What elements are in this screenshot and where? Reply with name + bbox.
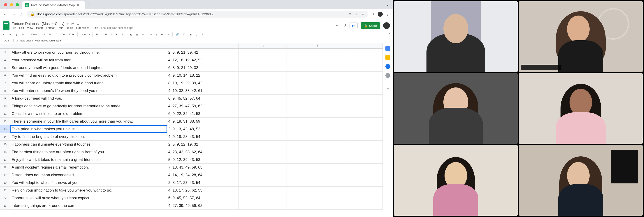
row-header[interactable]: 6 [0, 72, 10, 79]
cell[interactable] [347, 171, 383, 179]
cell[interactable] [347, 79, 383, 87]
redo-icon[interactable]: ↷ [8, 33, 12, 36]
sheets-logo-icon[interactable] [3, 21, 10, 30]
row-header[interactable]: 9 [0, 95, 10, 102]
cell[interactable]: 6, 9, 45, 52, 57, 64 [167, 95, 238, 102]
formula-input[interactable]: Take pride in what makes you unique. [20, 39, 62, 42]
last-edit-text[interactable]: Last edit was seconds ago [101, 26, 133, 29]
cell[interactable]: 6, 8, 9, 21, 29, 32 [167, 64, 238, 71]
keep-app-icon[interactable] [386, 55, 390, 60]
row-header[interactable]: 5 [0, 64, 10, 71]
decimal-dec-icon[interactable]: .0 [54, 33, 58, 36]
comments-icon[interactable]: 🗨 [342, 23, 346, 28]
menu-tools[interactable]: Tools [66, 26, 73, 29]
cell[interactable] [347, 118, 383, 125]
cell[interactable]: 5, 9, 12, 39, 43, 53 [167, 156, 238, 163]
currency-icon[interactable]: $ [42, 33, 46, 36]
cell[interactable] [347, 72, 383, 79]
tabs-dropdown-icon[interactable]: ⌄ [386, 2, 393, 9]
valign-icon[interactable]: ↕ [155, 33, 158, 36]
cell[interactable] [287, 164, 347, 171]
zoom-select[interactable]: 200% [30, 33, 38, 36]
cell[interactable]: 4, 13, 17, 26, 62, 53 [167, 187, 238, 194]
cell[interactable] [287, 194, 347, 202]
menu-icon[interactable]: ⋮ [386, 12, 390, 16]
search-in-page-icon[interactable]: ⊕ [348, 12, 351, 16]
menu-format[interactable]: Format [46, 26, 54, 29]
cell[interactable] [238, 125, 287, 133]
cell[interactable]: A long-lost friend will find you. [10, 95, 167, 102]
menu-view[interactable]: View [27, 26, 33, 29]
cell[interactable]: The hardest things to see are often righ… [10, 148, 167, 156]
cell[interactable] [238, 72, 287, 79]
cell[interactable]: Opportunities will arise when you least … [10, 194, 167, 202]
cell[interactable] [238, 102, 287, 110]
row-header[interactable]: 22 [0, 194, 10, 202]
cell[interactable] [238, 95, 287, 102]
video-tile[interactable] [394, 145, 518, 216]
cell[interactable] [238, 202, 287, 209]
cell[interactable] [238, 179, 287, 186]
cell[interactable] [287, 110, 347, 117]
contacts-app-icon[interactable] [386, 73, 390, 78]
cell[interactable]: 7, 18, 43, 49, 59, 65 [167, 164, 238, 171]
extensions-icon[interactable]: ✦ [372, 12, 374, 16]
cell[interactable] [238, 148, 287, 156]
cell[interactable] [287, 64, 347, 71]
cell[interactable]: Your presence will be felt from afar. [10, 56, 167, 64]
select-all-corner[interactable] [0, 43, 10, 48]
cell[interactable] [287, 118, 347, 125]
bookmark-icon[interactable]: ☆ [362, 12, 364, 16]
print-icon[interactable]: 🖨 [14, 33, 19, 36]
video-tile[interactable] [394, 1, 518, 72]
cell[interactable]: Enjoy the work it takes to maintain a gr… [10, 156, 167, 163]
video-tile[interactable] [519, 1, 643, 72]
column-header-d[interactable]: D [287, 43, 347, 48]
cell[interactable] [347, 102, 383, 110]
new-tab-button[interactable]: + [85, 1, 94, 9]
menu-edit[interactable]: Edit [19, 26, 24, 29]
text-color-icon[interactable]: A [120, 33, 124, 36]
percent-icon[interactable]: % [48, 33, 52, 36]
cell[interactable]: Take pride in what makes you unique. [10, 125, 167, 133]
video-tile[interactable] [519, 145, 643, 216]
account-avatar-icon[interactable] [383, 22, 390, 29]
cell[interactable]: 2, 9, 13, 42, 48, 52 [167, 125, 238, 133]
add-app-icon[interactable]: + [386, 86, 389, 91]
cell[interactable] [238, 56, 287, 64]
row-header[interactable]: 23 [0, 202, 10, 209]
bold-icon[interactable]: B [104, 33, 108, 36]
url-input[interactable]: 🔒 docs.google.com/spreadsheets/d/1vxY2mK… [27, 11, 368, 17]
cell[interactable] [287, 95, 347, 102]
row-header[interactable]: 7 [0, 79, 10, 87]
column-header-a[interactable]: A [10, 43, 167, 48]
cell[interactable]: 4, 19, 32, 38, 42, 61 [167, 87, 238, 94]
row-header[interactable]: 19 [0, 171, 10, 179]
borders-icon[interactable]: ⊞ [135, 33, 139, 36]
cell[interactable]: 2, 8, 17, 23, 43, 54 [167, 179, 238, 186]
menu-data[interactable]: Data [58, 26, 64, 29]
cell[interactable]: 6, 9, 45, 52, 57, 64 [167, 194, 238, 202]
cell[interactable]: Allow others to join you on your journey… [10, 49, 167, 56]
name-box[interactable]: A13 [0, 39, 14, 42]
menu-extensions[interactable]: Extensions [76, 26, 89, 29]
meet-button[interactable]: ▶▾ [350, 22, 358, 29]
cell[interactable] [347, 141, 383, 148]
cell[interactable] [347, 194, 383, 202]
cell[interactable] [347, 164, 383, 171]
row-header[interactable]: 17 [0, 156, 10, 163]
row-header[interactable]: 14 [0, 133, 10, 140]
cell[interactable] [287, 156, 347, 163]
move-icon[interactable]: 🗀 [71, 22, 74, 26]
cell[interactable] [347, 125, 383, 133]
column-header-e[interactable]: E [347, 43, 383, 48]
cell[interactable] [347, 179, 383, 186]
row-header[interactable]: 10 [0, 102, 10, 110]
decimal-inc-icon[interactable]: .00 [60, 33, 66, 36]
link-icon[interactable]: 🔗 [175, 33, 180, 36]
cell[interactable] [238, 87, 287, 94]
cell[interactable] [347, 148, 383, 156]
cell[interactable] [347, 156, 383, 163]
cell[interactable]: 4, 27, 39, 47, 59, 62 [167, 102, 238, 110]
cell[interactable]: You will adapt to what life throws at yo… [10, 179, 167, 186]
